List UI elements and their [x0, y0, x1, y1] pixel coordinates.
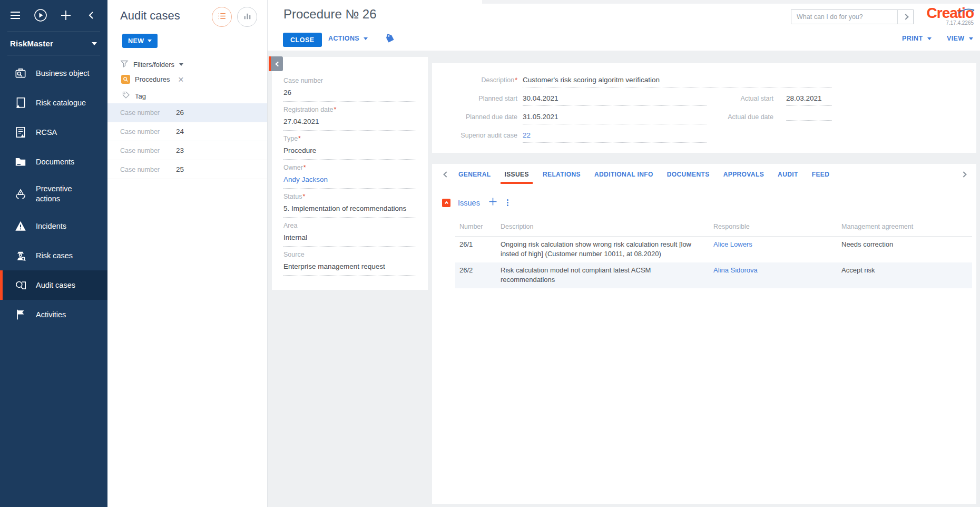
tabs-bar: GENERAL ISSUES RELATIONS ADDITIONAL INFO…	[432, 164, 976, 185]
tags-button[interactable]	[385, 33, 396, 45]
chevron-right-icon	[903, 14, 908, 19]
sidebar-item-incidents[interactable]: Incidents	[0, 211, 107, 241]
briefcase-search-icon	[14, 66, 27, 80]
collapse-left-panel-button[interactable]	[269, 56, 283, 71]
description-field[interactable]: Customer's risk scoring algoritm verific…	[523, 74, 832, 93]
sidebar-item-risk-catalogue[interactable]: Risk catalogue	[0, 88, 107, 118]
list-item[interactable]: Case number 23	[107, 141, 267, 160]
close-button[interactable]: CLOSE	[283, 33, 322, 47]
collapse-section-button[interactable]	[442, 199, 450, 207]
field-area: Area Internal	[283, 222, 416, 247]
field-value[interactable]: 27.04.2021	[283, 115, 416, 131]
main-menu-button[interactable]	[7, 8, 23, 24]
page-title: Procedure № 26	[283, 7, 377, 22]
case-row-value: 24	[176, 128, 184, 135]
field-label: Source	[283, 251, 416, 260]
add-issue-button[interactable]	[488, 197, 497, 208]
sidebar-item-rcsa[interactable]: RCSA	[0, 118, 107, 147]
tabs-scroll-left-icon[interactable]	[443, 171, 449, 177]
empty-cell	[707, 130, 779, 148]
list-item[interactable]: Case number 24	[107, 122, 267, 141]
list-item[interactable]: Case number 26	[107, 103, 267, 122]
superior-audit-case-field[interactable]: 22	[523, 130, 707, 148]
sidebar-item-business-object[interactable]: Business object	[0, 58, 107, 88]
sidebar-item-audit-cases[interactable]: Audit cases	[0, 270, 107, 300]
print-button-label: PRINT	[902, 35, 923, 42]
analytics-view-button[interactable]	[237, 7, 257, 27]
run-process-button[interactable]	[33, 8, 48, 24]
field-value[interactable]: Internal	[283, 231, 416, 247]
actions-button[interactable]: ACTIONS	[328, 35, 368, 42]
list-view-button[interactable]	[212, 7, 232, 27]
tag-icon	[122, 91, 130, 101]
field-value[interactable]: 5. Implementation of recommendations	[283, 202, 416, 218]
tab-approvals[interactable]: APPROVALS	[723, 171, 764, 178]
sidebar-item-label: Preventive actions	[36, 184, 96, 204]
caret-down-icon	[92, 42, 97, 45]
quick-add-button[interactable]	[58, 8, 74, 24]
actual-start-label: Actual start	[707, 93, 779, 111]
record-tabs-panel: GENERAL ISSUES RELATIONS ADDITIONAL INFO…	[432, 164, 976, 504]
new-button[interactable]: NEW	[122, 34, 158, 48]
tab-relations[interactable]: RELATIONS	[543, 171, 581, 178]
actual-due-field[interactable]	[779, 111, 832, 130]
document-warning-icon	[14, 96, 27, 110]
warning-triangle-icon	[14, 219, 27, 233]
field-value[interactable]: Procedure	[283, 144, 416, 160]
planned-due-field[interactable]: 31.05.2021	[523, 111, 707, 130]
chevron-up-icon	[444, 201, 448, 205]
view-button[interactable]: VIEW	[947, 35, 973, 42]
tab-issues[interactable]: ISSUES	[504, 171, 528, 178]
issue-number: 26/1	[455, 237, 496, 262]
workspace-selector[interactable]: RiskMaster	[0, 32, 107, 55]
sidebar-item-preventive-actions[interactable]: Preventive actions	[0, 177, 107, 211]
tab-documents[interactable]: DOCUMENTS	[667, 171, 710, 178]
tab-audit[interactable]: AUDIT	[778, 171, 798, 178]
sidebar-item-documents[interactable]: Documents	[0, 147, 107, 177]
column-header-number[interactable]: Number	[455, 219, 496, 236]
field-owner: Owner* Andy Jackson	[283, 164, 416, 189]
new-button-label: NEW	[128, 37, 144, 45]
column-header-description[interactable]: Description	[496, 219, 709, 236]
caret-down-icon	[364, 37, 368, 40]
workspace-name: RiskMaster	[10, 39, 53, 48]
column-header-responsible[interactable]: Responsible	[709, 219, 837, 236]
tab-additional-info[interactable]: ADDITIONAL INFO	[594, 171, 653, 178]
remove-filter-icon[interactable]: ✕	[178, 75, 184, 84]
search-submit-button[interactable]	[897, 10, 913, 24]
filters-folders-control[interactable]: Filters/folders	[120, 59, 183, 70]
caret-down-icon	[927, 37, 932, 40]
print-button[interactable]: PRINT	[902, 35, 932, 42]
play-icon	[34, 8, 47, 24]
case-row-value: 25	[176, 165, 184, 173]
table-row[interactable]: 26/1 Ongoing risk calculation show wrong…	[455, 237, 972, 262]
sidebar-item-activities[interactable]: Activities	[0, 300, 107, 329]
sidebar-item-risk-cases[interactable]: Risk cases	[0, 241, 107, 270]
tab-feed[interactable]: FEED	[812, 171, 830, 178]
issue-responsible-link[interactable]: Alina Sidorova	[709, 262, 837, 288]
issue-number: 26/2	[455, 262, 496, 288]
active-folder-filter[interactable]: Procedures ✕	[121, 75, 184, 84]
issue-responsible-link[interactable]: Alice Lowers	[709, 237, 837, 262]
list-item[interactable]: Case number 25	[107, 160, 267, 179]
field-value[interactable]: Enterprise management request	[283, 260, 416, 276]
required-mark: *	[303, 164, 306, 171]
actual-start-field[interactable]: 28.03.2021	[779, 93, 832, 111]
inspector-icon	[14, 249, 27, 262]
top-strip	[482, 0, 980, 4]
collapse-menu-button[interactable]	[83, 8, 99, 24]
field-value[interactable]: 26	[283, 86, 416, 102]
sidebar-item-label: Risk catalogue	[36, 98, 96, 108]
issues-more-actions-button[interactable]	[505, 198, 511, 207]
issues-section-title[interactable]: Issues	[458, 199, 480, 207]
sidebar-item-label: RCSA	[36, 128, 96, 138]
column-header-management-agreement[interactable]: Management agreement	[837, 219, 972, 236]
tab-general[interactable]: GENERAL	[458, 171, 491, 178]
table-row[interactable]: 26/2 Risk calculation model not complian…	[455, 262, 972, 288]
tabs-scroll-right-icon[interactable]	[961, 171, 966, 177]
tag-filter-control[interactable]: Tag	[122, 91, 146, 101]
sidebar-item-label: Business object	[36, 69, 96, 79]
field-value-link[interactable]: Andy Jackson	[283, 173, 416, 189]
search-input[interactable]	[791, 13, 897, 21]
planned-start-field[interactable]: 30.04.2021	[523, 93, 707, 111]
